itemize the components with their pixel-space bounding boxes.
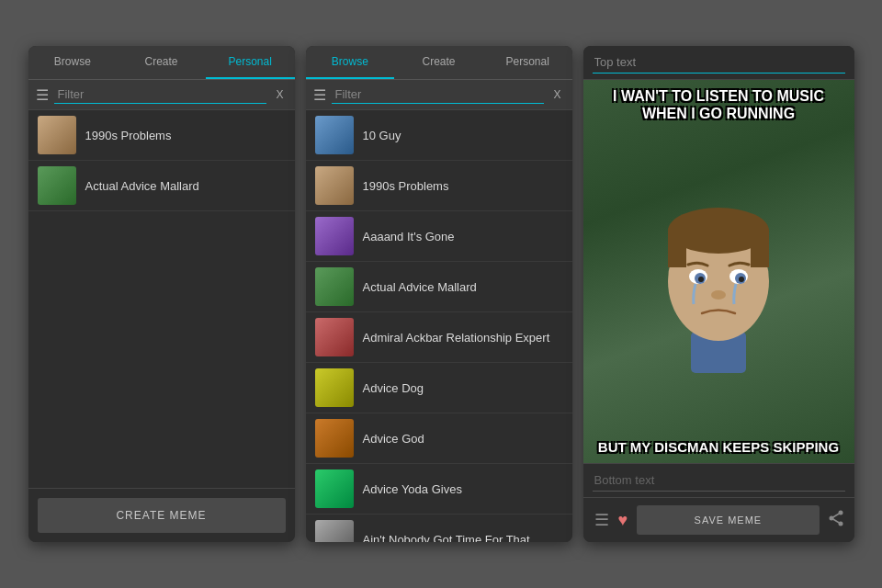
meme-thumb [315, 217, 354, 255]
tab-bar-1: Browse Create Personal [28, 46, 295, 80]
save-icons-left: ☰ ♥ [593, 508, 630, 532]
create-meme-button[interactable]: CREATE MEME [38, 498, 286, 533]
menu-icon-btn[interactable]: ☰ [593, 508, 611, 532]
panel-meme-creator: I WAN'T TO LISTEN TO MUSIC WHEN I GO RUN… [583, 46, 854, 542]
meme-thumb [315, 116, 354, 154]
svg-rect-4 [751, 231, 769, 267]
meme-thumb [38, 166, 76, 205]
meme-name: Actual Advice Mallard [85, 179, 199, 193]
list-item[interactable]: Aaaand It's Gone [306, 211, 572, 262]
share-icon-btn[interactable] [827, 509, 845, 532]
meme-name: 1990s Problems [363, 179, 449, 193]
top-text-area [583, 46, 854, 80]
svg-point-9 [698, 277, 704, 282]
panel-personal: Browse Create Personal ☰ X 1990s Problem… [28, 46, 295, 542]
svg-line-15 [831, 513, 841, 518]
meme-thumb [38, 116, 76, 154]
meme-name: Actual Advice Mallard [363, 280, 477, 294]
hamburger-icon-1[interactable]: ☰ [36, 86, 49, 104]
tab-create-1[interactable]: Create [117, 46, 206, 79]
meme-name: Admiral Ackbar Relationship Expert [363, 331, 550, 345]
tab-personal-2[interactable]: Personal [483, 46, 572, 79]
heart-icon-btn[interactable]: ♥ [616, 509, 630, 532]
meme-thumb [315, 368, 354, 407]
meme-name: Aaaand It's Gone [363, 230, 455, 243]
meme-top-text: I WAN'T TO LISTEN TO MUSIC WHEN I GO RUN… [583, 87, 854, 122]
meme-face-svg [645, 189, 792, 373]
meme-background: I WAN'T TO LISTEN TO MUSIC WHEN I GO RUN… [583, 80, 854, 463]
meme-thumb [315, 318, 354, 356]
tab-create-2[interactable]: Create [394, 46, 483, 79]
tab-browse-1[interactable]: Browse [28, 46, 118, 79]
svg-point-10 [739, 277, 744, 282]
svg-line-16 [831, 518, 841, 524]
list-item[interactable]: Advice Dog [306, 363, 572, 413]
svg-point-11 [711, 290, 726, 300]
save-meme-button[interactable]: SAVE MEME [637, 505, 819, 535]
meme-thumb [315, 469, 354, 508]
list-item[interactable]: Ain't Nobody Got Time For That [306, 514, 572, 542]
search-bar-1: ☰ X [28, 80, 295, 110]
share-icon [827, 509, 845, 527]
search-bar-2: ☰ X [306, 80, 572, 110]
bottom-text-area [583, 463, 854, 497]
top-text-input[interactable] [593, 51, 845, 74]
meme-thumb [315, 166, 354, 205]
meme-name: Advice Yoda Gives [363, 482, 462, 496]
bottom-text-input[interactable] [593, 469, 845, 492]
meme-thumb [315, 520, 354, 542]
meme-thumb [315, 419, 354, 458]
tab-personal-1[interactable]: Personal [206, 46, 295, 79]
meme-name: Advice Dog [363, 381, 424, 395]
list-item[interactable]: Admiral Ackbar Relationship Expert [306, 312, 572, 363]
clear-button-2[interactable]: X [549, 86, 564, 103]
list-item[interactable]: 10 Guy [306, 110, 572, 161]
meme-image-area: I WAN'T TO LISTEN TO MUSIC WHEN I GO RUN… [583, 80, 854, 463]
meme-name: Ain't Nobody Got Time For That [363, 533, 530, 543]
meme-name: 10 Guy [363, 129, 401, 142]
create-btn-area: CREATE MEME [28, 488, 295, 542]
list-item[interactable]: Advice God [306, 413, 572, 464]
panel-browse: Browse Create Personal ☰ X 10 Guy 1990s … [306, 46, 572, 542]
list-item[interactable]: Advice Yoda Gives [306, 464, 572, 514]
meme-list-1: 1990s Problems Actual Advice Mallard [28, 110, 295, 488]
list-item[interactable]: 1990s Problems [306, 161, 572, 211]
filter-input-1[interactable] [54, 85, 267, 104]
list-item[interactable]: 1990s Problems [28, 110, 295, 161]
meme-name: Advice God [363, 432, 424, 446]
hamburger-icon-2[interactable]: ☰ [313, 86, 326, 104]
tab-bar-2: Browse Create Personal [306, 46, 572, 80]
meme-list-2: 10 Guy 1990s Problems Aaaand It's Gone A… [306, 110, 572, 542]
meme-name: 1990s Problems [85, 129, 172, 142]
tab-browse-2[interactable]: Browse [306, 46, 395, 79]
clear-button-1[interactable]: X [272, 86, 287, 103]
meme-bottom-text: BUT MY DISCMAN KEEPS SKIPPING [583, 439, 854, 456]
svg-rect-3 [668, 231, 686, 267]
meme-thumb [315, 267, 354, 306]
list-item[interactable]: Actual Advice Mallard [28, 161, 295, 211]
filter-input-2[interactable] [332, 85, 545, 104]
screen-container: Browse Create Personal ☰ X 1990s Problem… [0, 0, 882, 588]
list-item[interactable]: Actual Advice Mallard [306, 262, 572, 312]
save-bar: ☰ ♥ SAVE MEME [583, 497, 854, 542]
